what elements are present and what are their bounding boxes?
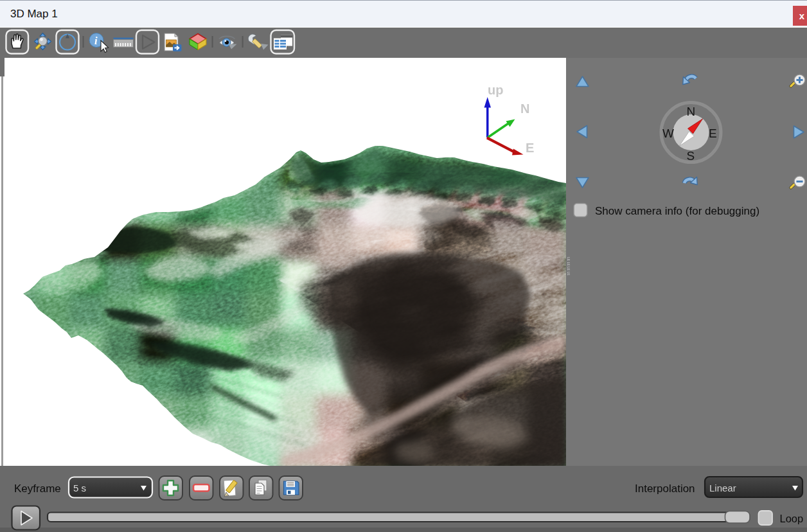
svg-text:S: S [687, 149, 695, 163]
svg-text:Loop: Loop [780, 513, 804, 524]
svg-text:Linear: Linear [709, 483, 736, 493]
svg-text:E: E [526, 141, 534, 155]
svg-text:W: W [662, 127, 674, 140]
svg-text:5 s: 5 s [73, 483, 86, 493]
svg-text:Show camera info (for debuggin: Show camera info (for debugging) [595, 205, 759, 217]
svg-text:LE LE LE LE: LE LE LE LE [567, 257, 571, 276]
svg-text:i: i [94, 35, 98, 47]
svg-text:N: N [687, 105, 696, 118]
svg-text:Interpolation: Interpolation [635, 483, 695, 495]
svg-text:E: E [709, 127, 717, 140]
svg-text:Keyframe: Keyframe [14, 483, 61, 495]
svg-text:up: up [488, 83, 503, 97]
svg-text:N: N [520, 102, 529, 116]
